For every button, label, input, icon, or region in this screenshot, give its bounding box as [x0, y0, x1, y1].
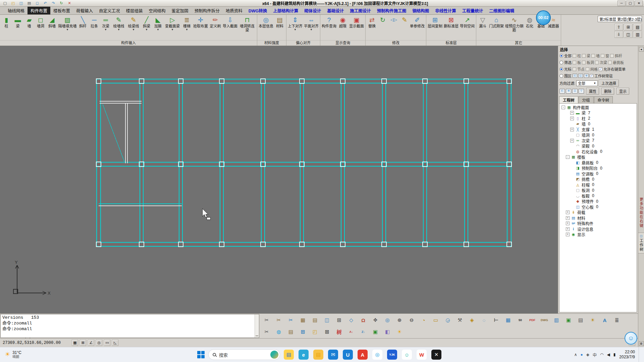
checkbox-unchecked[interactable]: [608, 61, 612, 64]
select-overlap-icon[interactable]: ◫: [572, 89, 578, 94]
window-mode-icon[interactable]: ⊞: [584, 74, 589, 78]
tree-item[interactable]: ▰墙0: [559, 121, 637, 127]
show-desktop-edge[interactable]: [639, 347, 640, 362]
building-icon[interactable]: ▥: [552, 316, 561, 324]
mic-icon[interactable]: ◈: [586, 352, 589, 357]
module-tab[interactable]: 自定义工况: [96, 7, 123, 14]
layer-list-icon[interactable]: ▤: [633, 24, 642, 31]
tree-item[interactable]: ◫空心板0: [559, 204, 637, 210]
assistant-bubble[interactable]: ☺: [625, 332, 637, 345]
layer-grid-icon[interactable]: ⊞: [624, 24, 633, 31]
panel-tab[interactable]: 分组: [579, 96, 594, 103]
protractor-icon[interactable]: ◶: [443, 316, 452, 324]
pick-place-button[interactable]: ✛拾取布置: [193, 15, 209, 32]
checkbox-unchecked[interactable]: [601, 54, 604, 58]
start-button[interactable]: [197, 351, 205, 358]
tree-item[interactable]: +◉显示: [559, 232, 637, 238]
define-brush-button[interactable]: ✏定义刷: [209, 15, 222, 32]
module-tab[interactable]: 二维图形编辑: [486, 7, 517, 14]
infill-wall-button[interactable]: ▨隔墙填充墙▼: [58, 15, 77, 32]
image-small-icon[interactable]: ▣: [371, 327, 380, 336]
checkbox-unchecked[interactable]: [595, 61, 599, 64]
folder-icon[interactable]: ▤: [313, 350, 323, 360]
status-toggle-icon[interactable]: ◺: [112, 340, 118, 346]
yjk-icon[interactable]: YJK: [387, 350, 397, 360]
text-icon[interactable]: A: [600, 316, 609, 324]
cut-small-icon[interactable]: ✂: [262, 327, 271, 336]
chevron-up-icon[interactable]: ∧: [574, 352, 577, 357]
selection-radio[interactable]: [559, 61, 563, 64]
tree-item[interactable]: +i设计信息: [559, 226, 637, 232]
funnel-button[interactable]: ▽漏斗: [477, 15, 488, 32]
over-limit-button[interactable]: ◉超限: [337, 15, 348, 32]
tree-expander[interactable]: +: [570, 139, 574, 142]
layer-up-icon[interactable]: ⇧: [614, 24, 623, 31]
tree-item[interactable]: +▯柱2: [559, 116, 637, 121]
sun-icon[interactable]: ☀: [395, 327, 404, 336]
module-tab[interactable]: 钢结构图: [409, 7, 432, 14]
copy-floor-button[interactable]: ⊞层间复制: [427, 15, 443, 32]
panel-action-button[interactable]: 删除: [601, 88, 614, 95]
grid-snap-icon[interactable]: ⊞: [335, 316, 343, 324]
taper-beam-button[interactable]: ▷变截面梁▼: [164, 15, 181, 32]
tree-item[interactable]: ◍石化设备0: [559, 149, 637, 155]
checkbox-unchecked[interactable]: [573, 67, 576, 71]
mail-icon[interactable]: ✉: [328, 350, 338, 360]
wps-icon[interactable]: W: [417, 350, 427, 360]
draw-wall-line-button[interactable]: ✎绘墙线▼: [111, 15, 126, 32]
tree-item[interactable]: ▢墙洞0: [559, 132, 637, 138]
page-icon[interactable]: ▤: [286, 327, 295, 336]
vertical-align-button[interactable]: ⇕上下对齐▼: [287, 15, 303, 32]
command-console[interactable]: Versions 153命令:zoomall命令:zoomall 命令:: [0, 314, 259, 338]
last-select-button[interactable]: 上次选择: [599, 80, 619, 86]
open-folder-icon[interactable]: ◰: [9, 1, 17, 6]
beam-button[interactable]: ▬梁: [12, 15, 23, 32]
select-window-icon[interactable]: ◰: [559, 89, 565, 94]
tree-expander[interactable]: +: [570, 111, 574, 115]
list-icon[interactable]: ≣: [612, 316, 621, 324]
dwg-icon[interactable]: DWG: [540, 316, 549, 324]
checkbox-unchecked[interactable]: [591, 54, 595, 58]
haunch-button[interactable]: ◣加腋▼: [152, 15, 164, 32]
tree-expander[interactable]: -: [566, 155, 570, 159]
tree-item[interactable]: +═次梁7: [559, 138, 637, 143]
file-explorer-icon[interactable]: ▤: [284, 350, 294, 360]
checkbox-unchecked[interactable]: [573, 54, 576, 58]
tree-item[interactable]: ▤空调板0: [559, 171, 637, 177]
taskbar-clock[interactable]: 22:00 2023/7/9: [619, 350, 635, 360]
module-tab[interactable]: 施工图设计: [347, 7, 374, 14]
break-icon[interactable]: ✂: [286, 316, 295, 324]
sort-za-icon[interactable]: Z↓: [359, 327, 368, 336]
single-param-button[interactable]: ✐单参修改: [409, 15, 425, 32]
preview-icon[interactable]: ◻: [34, 1, 41, 6]
lock-small-icon[interactable]: ⊠: [323, 327, 331, 336]
panel-action-button[interactable]: 属性: [586, 88, 599, 95]
tree-expander[interactable]: +: [566, 227, 570, 231]
tie-rod-button[interactable]: ─拉条: [89, 15, 100, 32]
solid-box-icon[interactable]: ▦: [299, 316, 307, 324]
module-tab[interactable]: 工程量统计: [459, 7, 486, 14]
column-button[interactable]: ▮柱: [1, 15, 12, 32]
drawing-canvas[interactable]: YX: [0, 46, 558, 313]
tree-item[interactable]: ▢板洞0: [559, 188, 637, 193]
globe-icon[interactable]: ◍: [274, 327, 283, 336]
worktree-icon[interactable]: 树: [335, 327, 343, 336]
exit-icon[interactable]: ✕: [66, 1, 73, 6]
draw-beam-line-button[interactable]: ✎绘梁线▼: [126, 15, 141, 32]
checkbox-unchecked[interactable]: [610, 54, 614, 58]
browser-app-icon[interactable]: ◎: [372, 350, 382, 360]
save-icon[interactable]: ◫: [17, 1, 25, 6]
search-box[interactable]: 搜索: [208, 349, 280, 360]
tree-item[interactable]: ◠梁鞍0: [559, 143, 637, 149]
undo-icon[interactable]: ↶: [42, 1, 49, 6]
secondary-beam-button[interactable]: ═次梁▼: [100, 15, 111, 32]
module-tab[interactable]: 砌体设计: [301, 7, 324, 14]
calc-icon[interactable]: ▦: [504, 316, 513, 324]
tree-item[interactable]: ◨预制阳台0: [559, 166, 637, 171]
search-daily-image[interactable]: [270, 351, 278, 359]
solid-shade-icon[interactable]: ▤: [311, 316, 319, 324]
module-tab[interactable]: 构件布置: [28, 7, 50, 14]
bluetooth-icon[interactable]: ●: [580, 352, 583, 357]
filter-funnel-icon[interactable]: ▽: [579, 89, 584, 94]
prestress-rebar-button[interactable]: ∿增预应力钢筋: [504, 15, 524, 36]
